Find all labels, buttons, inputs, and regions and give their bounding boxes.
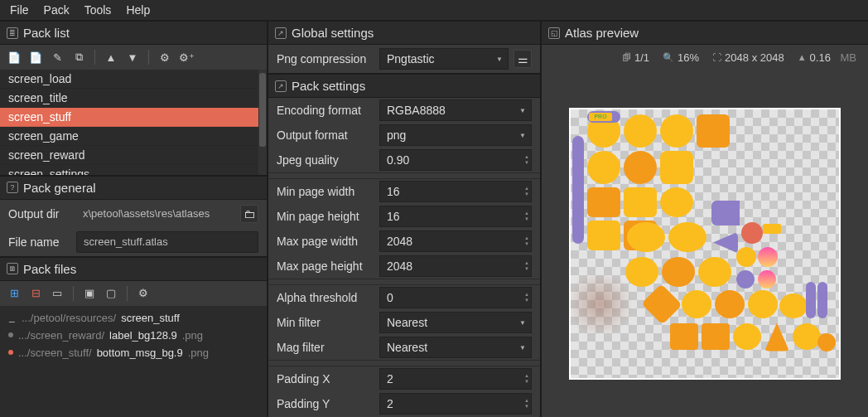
png-comp-select[interactable]: Pngtastic▼ xyxy=(379,48,509,70)
setting-row: Padding Y2▲▼ xyxy=(268,391,540,416)
setting-label: Encoding format xyxy=(277,104,379,117)
menu-help[interactable]: Help xyxy=(119,2,157,18)
setting-label: Alpha threshold xyxy=(277,291,379,304)
sprite xyxy=(758,270,776,289)
file-name-label: File name xyxy=(8,235,70,249)
file-item[interactable]: .../screen_reward/label_bg128.9.png xyxy=(7,327,260,344)
sprite xyxy=(641,284,682,324)
exclude-icon[interactable]: ▢ xyxy=(104,286,118,301)
file-path-hi: label_bg128.9 xyxy=(109,329,177,342)
zoom-stat: 🔍16% xyxy=(663,51,699,64)
delete-pack-icon[interactable]: 📄 xyxy=(28,50,43,65)
setting-row: Min page height16▲▼ xyxy=(268,204,540,229)
settings-divider xyxy=(268,360,540,366)
dim-stat: ⛶2048 x 2048 xyxy=(712,51,784,64)
pack-item[interactable]: screen_title xyxy=(0,89,258,108)
setting-spinner[interactable]: 2048▲▼ xyxy=(379,255,532,277)
sprite xyxy=(711,201,740,225)
sprite xyxy=(662,257,695,287)
file-gear-icon[interactable]: ⚙ xyxy=(136,286,151,301)
setting-spinner[interactable]: 2048▲▼ xyxy=(379,230,532,252)
page-stat: 🗐1/1 xyxy=(622,51,649,64)
file-path-hi: screen_stuff xyxy=(121,312,180,324)
setting-row: Mag filterNearest▼ xyxy=(268,335,540,360)
setting-select[interactable]: png▼ xyxy=(379,124,532,146)
atlas-preview-area[interactable]: PRO xyxy=(542,70,868,417)
remove-file-icon[interactable]: ⊟ xyxy=(28,286,43,301)
gears-icon[interactable]: ⚙⁺ xyxy=(179,50,194,65)
pack-list[interactable]: screen_loadscreen_titlescreen_stuffscree… xyxy=(0,70,258,175)
select-all-icon[interactable]: ▭ xyxy=(50,286,65,301)
setting-spinner[interactable]: 0▲▼ xyxy=(379,287,532,308)
sprite xyxy=(779,293,808,318)
pack-files-list[interactable]: .../petool/resources/screen_stuff.../scr… xyxy=(0,306,267,418)
setting-spinner[interactable]: 16▲▼ xyxy=(379,181,532,202)
pack-settings-title: Pack settings xyxy=(292,79,365,93)
dim-icon: ⛶ xyxy=(712,52,721,62)
setting-select[interactable]: Nearest▼ xyxy=(379,312,532,333)
menu-tools[interactable]: Tools xyxy=(78,2,118,18)
edit-pack-icon[interactable]: ✎ xyxy=(50,50,65,65)
setting-row: Max page height2048▲▼ xyxy=(268,254,540,279)
menu-pack[interactable]: Pack xyxy=(37,2,76,18)
move-down-icon[interactable]: ▼ xyxy=(125,50,140,65)
file-name-input[interactable]: screen_stuff.atlas xyxy=(76,231,258,253)
pack-general-icon: ? xyxy=(7,182,18,193)
setting-row: Max page width2048▲▼ xyxy=(268,229,540,254)
pack-files-toolbar: ⊞ ⊟ ▭ ▣ ▢ ⚙ xyxy=(0,281,267,306)
include-icon[interactable]: ▣ xyxy=(82,286,97,301)
setting-spinner[interactable]: 2▲▼ xyxy=(379,393,532,415)
size-stat: ▲0.16 MB xyxy=(798,51,856,64)
pack-files-header: 🗎 Pack files xyxy=(0,256,267,281)
shadow-sprite xyxy=(569,275,637,333)
setting-select[interactable]: RGBA8888▼ xyxy=(379,99,532,121)
sprite xyxy=(624,114,657,148)
browse-button[interactable]: 🗀 xyxy=(240,205,258,223)
sprite xyxy=(587,151,620,184)
file-item[interactable]: .../petool/resources/screen_stuff xyxy=(7,309,260,327)
setting-select[interactable]: Nearest▼ xyxy=(379,337,532,358)
right-column: ◱ Atlas preview 🗐1/1 🔍16% ⛶2048 x 2048 ▲… xyxy=(542,20,868,417)
file-path-dim: .../petool/resources/ xyxy=(22,312,116,324)
new-pack-icon[interactable]: 📄 xyxy=(7,50,22,65)
pack-item[interactable]: screen_game xyxy=(0,127,258,146)
pack-list-header: ≣ Pack list xyxy=(0,20,267,45)
pack-list-scrollbar[interactable] xyxy=(258,70,267,175)
file-ext: .png xyxy=(182,329,203,342)
file-item[interactable]: .../screen_stuff/bottom_msg_bg.9.png xyxy=(7,344,260,361)
copy-pack-icon[interactable]: ⧉ xyxy=(71,50,86,65)
close-sprite xyxy=(741,222,763,244)
settings-divider xyxy=(268,172,540,179)
setting-spinner[interactable]: 0.90▲▼ xyxy=(379,149,532,171)
page-icon: 🗐 xyxy=(622,52,631,62)
atlas-canvas: PRO xyxy=(569,108,841,380)
setting-spinner[interactable]: 2▲▼ xyxy=(379,368,532,390)
add-file-icon[interactable]: ⊞ xyxy=(7,286,22,301)
status-dot xyxy=(8,350,13,355)
pack-item[interactable]: screen_load xyxy=(0,70,258,89)
setting-label: Min page height xyxy=(277,210,379,223)
output-dir-label: Output dir xyxy=(8,207,70,221)
middle-column: ↗ Global settings Png compression Pngtas… xyxy=(268,20,542,417)
sprite xyxy=(668,222,706,252)
setting-row: Encoding formatRGBA8888▼ xyxy=(268,98,540,123)
sliders-icon[interactable]: ⚌ xyxy=(514,50,532,68)
setting-row: Min page width16▲▼ xyxy=(268,179,540,204)
pack-item[interactable]: screen_settings xyxy=(0,165,258,175)
atlas-preview-header: ◱ Atlas preview xyxy=(542,20,868,45)
pack-item[interactable]: screen_stuff xyxy=(0,108,258,127)
sprite xyxy=(682,290,711,318)
move-up-icon[interactable]: ▲ xyxy=(104,50,118,65)
setting-row: Padding X2▲▼ xyxy=(268,366,540,391)
sprite xyxy=(748,290,778,318)
setting-spinner[interactable]: 16▲▼ xyxy=(379,206,532,227)
sprite xyxy=(713,232,738,254)
file-path-dim: .../screen_reward/ xyxy=(18,329,104,342)
pack-item[interactable]: screen_reward xyxy=(0,146,258,165)
file-path-hi: bottom_msg_bg.9 xyxy=(97,347,183,359)
setting-row: Jpeg quality0.90▲▼ xyxy=(268,148,540,172)
menu-file[interactable]: File xyxy=(3,2,36,18)
gear-icon[interactable]: ⚙ xyxy=(157,50,172,65)
pack-list-toolbar: 📄 📄 ✎ ⧉ ▲ ▼ ⚙ ⚙⁺ xyxy=(0,45,267,70)
size-icon: ▲ xyxy=(798,52,807,62)
